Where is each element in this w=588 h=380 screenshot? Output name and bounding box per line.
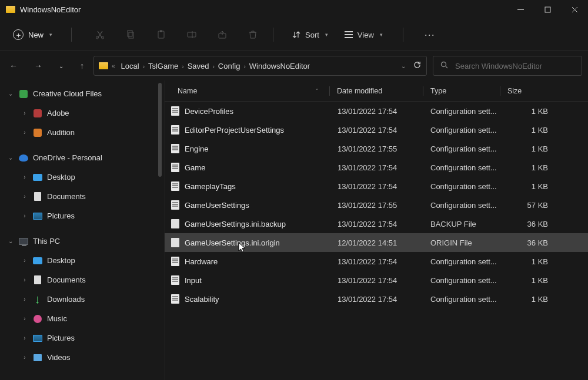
file-row[interactable]: Scalability13/01/2022 17:54Configuration… [165,290,588,308]
search-input[interactable] [455,62,574,70]
file-row[interactable]: GameUserSettings.ini.origin12/01/2022 14… [165,233,588,252]
file-row[interactable]: Hardware13/01/2022 17:54Configuration se… [165,252,588,271]
up-button[interactable]: ↑ [80,61,84,70]
sidebar-item-adobe[interactable]: › Adobe [0,103,164,123]
window-folder-icon [6,6,15,13]
sidebar-item-desktop2[interactable]: › Desktop [0,251,164,270]
file-icon [171,294,179,304]
file-icon [171,275,179,285]
chevron-right-icon: › [21,129,28,136]
breadcrumb-segment[interactable]: Saved [185,62,212,70]
rename-icon[interactable] [187,30,196,39]
svg-rect-9 [160,31,162,32]
file-size: 1 KB [519,126,556,134]
breadcrumb-segment[interactable]: WindowsNoEditor [247,62,312,70]
file-type: Configuration sett... [430,163,519,172]
window-controls [507,0,588,19]
chevron-right-icon: › [21,296,28,302]
sidebar-item-label: This PC [33,237,60,246]
close-button[interactable] [561,0,588,19]
column-header-date[interactable]: Date modified [330,87,423,95]
copy-icon[interactable] [126,30,135,39]
new-button[interactable]: ＋ New ▾ [9,27,56,42]
file-date: 13/01/2022 17:55 [338,144,430,153]
sidebar-item-desktop[interactable]: › Desktop [0,167,164,187]
sidebar-item-label: Music [47,314,67,323]
file-row[interactable]: EditorPerProjectUserSettings13/01/2022 1… [165,120,588,139]
search-box[interactable] [433,56,582,76]
file-list-pane: Name ˄ Date modified Type Size DevicePro… [165,80,588,380]
sidebar-item-documents[interactable]: › Documents [0,187,164,206]
file-name: GameUserSettings.ini.backup [185,220,338,228]
sort-view-group: Sort ▾ View ▾ ··· [292,28,435,42]
file-icon [171,257,179,266]
sidebar-item-creativecloud[interactable]: ⌄ Creative Cloud Files [0,84,164,103]
maximize-button[interactable] [534,0,561,19]
file-row[interactable]: GameUserSettings13/01/2022 17:55Configur… [165,196,588,214]
sidebar-item-pictures2[interactable]: › Pictures [0,328,164,348]
file-date: 12/01/2022 14:51 [338,238,430,247]
file-row[interactable]: DeviceProfiles13/01/2022 17:54Configurat… [165,102,588,120]
file-icon [171,144,179,153]
sidebar-item-documents2[interactable]: › Documents [0,270,164,290]
file-name: Hardware [185,257,338,266]
file-row[interactable]: Input13/01/2022 17:54Configuration sett.… [165,271,588,290]
svg-rect-8 [158,31,164,38]
file-type: Configuration sett... [430,126,519,134]
back-button[interactable]: ← [9,61,18,70]
sort-button[interactable]: Sort ▾ [292,31,328,39]
file-name: GameUserSettings.ini.origin [185,238,338,247]
paste-icon[interactable] [156,30,166,39]
delete-icon[interactable] [248,30,258,39]
file-row[interactable]: GameplayTags13/01/2022 17:54Configuratio… [165,177,588,196]
breadcrumb-segment[interactable]: Config [216,62,243,70]
recent-button[interactable]: ⌄ [59,63,64,69]
pictures-icon [33,213,42,220]
forward-button[interactable]: → [34,61,42,70]
adobe-icon [34,109,42,117]
file-row[interactable]: Engine13/01/2022 17:55Configuration sett… [165,139,588,158]
sidebar-item-videos[interactable]: › Videos [0,348,164,367]
chevron-right-icon: › [21,257,28,264]
column-label: Type [430,87,446,95]
address-bar[interactable]: « Local›TslGame›Saved›Config›WindowsNoEd… [93,56,427,76]
more-button[interactable]: ··· [425,29,435,41]
sort-icon [292,31,300,39]
toolbar-divider [71,28,72,42]
column-header-name[interactable]: Name ˄ [165,87,329,95]
column-header-size[interactable]: Size [500,87,588,95]
column-label: Size [507,87,522,95]
pictures-icon [33,335,42,342]
chevron-right-icon: › [21,193,28,200]
sidebar-item-thispc[interactable]: ⌄ This PC [0,231,164,251]
svg-rect-6 [128,31,132,36]
address-dropdown-icon[interactable]: ⌄ [401,63,406,69]
view-button[interactable]: View ▾ [345,31,383,39]
sidebar-item-music[interactable]: › Music [0,309,164,328]
breadcrumb-segment[interactable]: Local [119,62,142,70]
file-row[interactable]: GameUserSettings.ini.backup13/01/2022 17… [165,214,588,233]
sidebar-item-onedrive[interactable]: ⌄ OneDrive - Personal [0,148,164,167]
sidebar-item-pictures[interactable]: › Pictures [0,206,164,226]
column-header-type[interactable]: Type [423,87,500,95]
share-icon[interactable] [218,30,227,39]
sidebar-item-audition[interactable]: › Audition [0,123,164,142]
navigation-pane[interactable]: ⌄ Creative Cloud Files › Adobe › Auditio… [0,80,165,380]
file-date: 13/01/2022 17:54 [338,220,430,228]
sidebar-item-downloads[interactable]: › ⭣ Downloads [0,290,164,309]
file-date: 13/01/2022 17:54 [338,126,430,134]
file-name: GameUserSettings [185,201,338,210]
refresh-button[interactable] [413,60,422,71]
file-name: GameplayTags [185,182,338,191]
svg-rect-1 [545,7,550,12]
file-icon [171,106,179,116]
minimize-button[interactable] [507,0,534,19]
file-row[interactable]: Game13/01/2022 17:54Configuration sett..… [165,158,588,177]
creativecloud-icon [19,90,28,98]
svg-rect-7 [129,32,133,38]
chevron-down-icon: ⌄ [7,90,14,97]
sidebar-item-label: Documents [47,192,86,201]
breadcrumb-segment[interactable]: TslGame [146,62,181,70]
scrollbar-thumb[interactable] [158,83,162,177]
cut-icon[interactable] [95,30,105,39]
